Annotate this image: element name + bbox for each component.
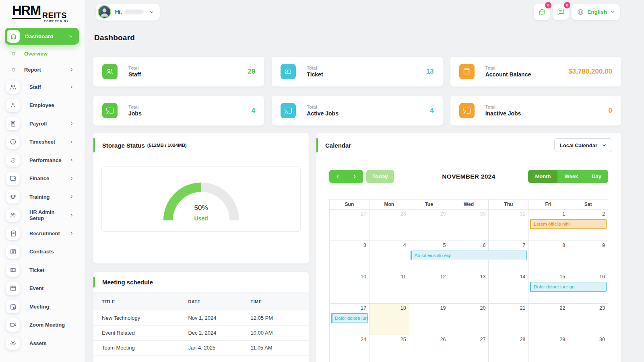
calendar-today-button[interactable]: Today xyxy=(366,170,394,183)
sidebar-subitem-report[interactable]: Report xyxy=(0,62,85,78)
calendar-date-number: 29 xyxy=(531,337,565,342)
calendar-day-19[interactable]: 19 xyxy=(409,304,449,335)
calendar-day-4[interactable]: 4 xyxy=(369,241,409,272)
language-selector[interactable]: English xyxy=(572,4,620,20)
sidebar-item-dashboard[interactable]: Dashboard xyxy=(5,28,79,45)
sidebar-item-label: Performance xyxy=(29,157,61,163)
calendar-day-22[interactable]: 22 xyxy=(528,304,568,335)
inbox-notifications-button[interactable]: 0 xyxy=(553,4,569,20)
calendar-day-3[interactable]: 3 xyxy=(330,241,369,272)
calendar-day-30-prev[interactable]: 30 xyxy=(449,210,489,241)
chat-notifications-button[interactable]: 0 xyxy=(534,4,550,20)
sidebar-item-ticket[interactable]: Ticket xyxy=(0,261,85,279)
calendar-date-number: 28 xyxy=(491,337,525,342)
stat-value: $3,780,200.00 xyxy=(568,68,612,76)
sidebar-item-finance[interactable]: Finance xyxy=(0,169,85,188)
calendar-prev-button[interactable] xyxy=(329,170,346,183)
calendar-view-month[interactable]: Month xyxy=(528,170,557,183)
sidebar-item-label: Zoom Meeting xyxy=(29,322,65,328)
scroll-icon-box xyxy=(6,226,20,240)
sidebar-item-recruitment[interactable]: Recruitment xyxy=(0,224,85,243)
calendar-date-number: 16 xyxy=(571,274,605,280)
chevron-right-icon xyxy=(69,176,74,181)
gear-icon xyxy=(10,340,17,347)
calendar-date-number: 7 xyxy=(491,243,525,248)
gear-icon-box xyxy=(6,336,20,350)
calendar-source-select[interactable]: Local Calendar xyxy=(554,138,612,152)
calendar-day-25[interactable]: 25 xyxy=(369,335,409,362)
meeting-row: Team MeetingJan 4, 202511:05 AM xyxy=(93,340,309,355)
calendar-event[interactable]: Dolor dolore iure qu xyxy=(530,282,607,292)
file-text-icon-box xyxy=(6,117,20,130)
calendar-day-10[interactable]: 10 xyxy=(330,272,369,304)
calendar-day-31-prev[interactable]: 31 xyxy=(489,210,528,241)
sidebar-item-zoom-meeting[interactable]: Zoom Meeting xyxy=(0,316,85,334)
sidebar-item-training[interactable]: Training xyxy=(0,187,85,206)
calendar-day-23[interactable]: 23 xyxy=(568,304,608,335)
home-icon-box xyxy=(7,30,20,43)
calendar-dayhead-thu: Thu xyxy=(489,200,528,210)
stat-prefix: Total xyxy=(307,105,339,109)
calendar-next-button[interactable] xyxy=(346,170,363,183)
chat-badge: 0 xyxy=(545,2,551,8)
calendar-day-29[interactable]: 29 xyxy=(528,335,568,362)
sidebar-item-contracts[interactable]: Contracts xyxy=(0,243,85,261)
sidebar-item-meeting[interactable]: Meeting xyxy=(0,297,85,316)
sidebar-item-assets[interactable]: Assets xyxy=(0,334,85,352)
sidebar-subitem-overview[interactable]: Overview xyxy=(0,45,85,62)
calendar-day-29-prev[interactable]: 29 xyxy=(409,210,449,241)
calendar-day-13[interactable]: 13 xyxy=(449,272,489,304)
stat-card-active-jobs: Total Active Jobs 4 xyxy=(272,96,442,125)
ticket-icon-box xyxy=(6,263,20,277)
calendar-day-27[interactable]: 27 xyxy=(449,335,489,362)
sidebar-item-payroll[interactable]: Payroll xyxy=(0,114,85,133)
calendar-day-24[interactable]: 24 xyxy=(330,335,369,362)
meeting-col-date: DATE xyxy=(188,293,250,311)
sidebar-item-event[interactable]: Event xyxy=(0,279,85,298)
sidebar-item-employee[interactable]: Employee xyxy=(0,96,85,115)
sidebar-item-timesheet[interactable]: Timesheet xyxy=(0,133,85,151)
calendar-view-week[interactable]: Week xyxy=(557,170,585,183)
sidebar-item-label: Event xyxy=(29,285,43,291)
clock-icon-box xyxy=(6,135,20,149)
sidebar-item-staff[interactable]: Staff xyxy=(0,78,85,96)
sidebar-item-label: Contracts xyxy=(29,249,54,255)
sidebar-item-label: Staff xyxy=(29,84,41,90)
calendar-day-21[interactable]: 21 xyxy=(489,304,528,335)
calendar-day-20[interactable]: 20 xyxy=(449,304,489,335)
sidebar-item-label: Payroll xyxy=(29,121,47,127)
calendar-event[interactable]: Lorem officiis nihil xyxy=(530,219,607,229)
calendar-day-12[interactable]: 12 xyxy=(409,272,449,304)
clock-icon xyxy=(10,138,17,145)
user-menu[interactable]: Hi, xyxy=(96,4,160,21)
calendar-day-9[interactable]: 9 xyxy=(568,241,608,272)
calendar-day-27-prev[interactable]: 27 xyxy=(330,210,369,241)
chevron-right-icon xyxy=(69,231,74,236)
ticket-icon-box xyxy=(281,64,296,79)
calendar-day-11[interactable]: 11 xyxy=(369,272,409,304)
calendar-day-26[interactable]: 26 xyxy=(409,335,449,362)
calendar-event[interactable]: Dolor dolore iure xyxy=(331,313,368,323)
sidebar-subitem-label: Overview xyxy=(24,51,47,57)
sidebar-item-hr-admin-setup[interactable]: HR Admin Setup xyxy=(0,206,85,224)
brand-suffix: REITS xyxy=(42,11,67,19)
calendar-event[interactable]: Ab sit eius illo exp xyxy=(411,251,527,260)
bullet-ring-icon xyxy=(12,68,15,72)
calendar-header: Calendar Local Calendar xyxy=(316,133,621,158)
globe-icon xyxy=(577,8,584,16)
calendar-day-18[interactable]: 18 xyxy=(369,304,409,335)
meeting-date: Dec 2, 2024 xyxy=(188,325,250,340)
chevron-down-icon xyxy=(149,10,154,14)
calendar-day-30[interactable]: 30 xyxy=(568,335,608,362)
calendar-source-value: Local Calendar xyxy=(560,142,597,148)
calendar-day-14[interactable]: 14 xyxy=(489,272,528,304)
calendar-day-28-prev[interactable]: 28 xyxy=(369,210,409,241)
calendar-day-8[interactable]: 8 xyxy=(528,241,568,272)
calendar-view-day[interactable]: Day xyxy=(585,170,608,183)
calendar-date-number: 30 xyxy=(571,337,605,342)
calendar-date-number: 6 xyxy=(452,243,486,248)
sidebar-item-performance[interactable]: Performance xyxy=(0,151,85,169)
lower-section: Storage Status (512MB / 1024MB) 50% Used xyxy=(93,133,621,362)
calendar-day-28[interactable]: 28 xyxy=(489,335,528,362)
topbar-actions: 0 0 English xyxy=(534,4,620,20)
